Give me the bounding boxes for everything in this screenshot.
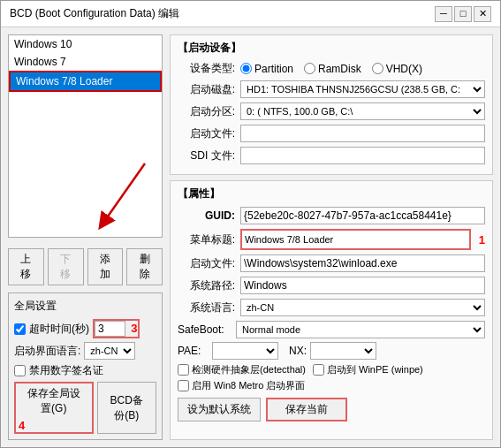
timeout-checkbox[interactable] [14, 323, 26, 335]
guid-label: GUID: [178, 209, 235, 222]
guid-row: GUID: [178, 207, 485, 224]
nx-label: NX: [289, 345, 307, 357]
left-panel: Windows 10 Windows 7 Windows 7/8 Loader [8, 34, 163, 440]
attr-title: 【属性】 [178, 186, 485, 201]
move-down-button[interactable]: 下移 [48, 248, 84, 285]
menu-title-annotation-box [240, 229, 471, 250]
save-current-button[interactable]: 保存当前 [268, 399, 345, 420]
window-controls: ─ □ ✕ [435, 6, 491, 22]
set-default-button[interactable]: 设为默认系统 [178, 398, 261, 421]
global-settings-section: 全局设置 超时时间(秒) 3 启动界面语言: zh-CN [8, 292, 163, 440]
detect-hal-label: 检测硬件抽象层(detecthal) [192, 363, 306, 376]
winpe-checkbox-label[interactable]: 启动到 WinPE (winpe) [313, 363, 423, 376]
menu-title-row: 菜单标题: 1 [178, 229, 485, 250]
timeout-label: 超时时间(秒) [29, 322, 89, 337]
timeout-row: 超时时间(秒) 3 [14, 319, 156, 338]
timeout-annotation-box: 3 [93, 319, 140, 338]
annotation-1: 1 [479, 233, 485, 247]
guid-input[interactable] [240, 207, 485, 224]
win8-metro-checkbox[interactable] [178, 380, 189, 391]
right-panel: 【启动设备】 设备类型: Partition RamDisk VHD(X) [170, 34, 493, 440]
startup-file-input[interactable] [240, 125, 485, 142]
disable-sign-checkbox[interactable] [14, 365, 26, 376]
device-type-radios: Partition RamDisk VHD(X) [240, 63, 485, 75]
radio-ramdisk[interactable]: RamDisk [304, 63, 361, 75]
move-up-button[interactable]: 上移 [8, 248, 44, 285]
win8-metro-row: 启用 Win8 Metro 启动界面 [178, 379, 485, 392]
title-bar: BCD (Boot Configuration Data) 编辑 ─ □ ✕ [1, 1, 500, 27]
attr-section: 【属性】 GUID: 菜单标题: 1 启动文件: 系 [170, 180, 493, 440]
lang-row: 启动界面语言: zh-CN [14, 342, 156, 360]
lang-label: 启动界面语言: [14, 344, 80, 359]
startup-disk-select[interactable]: HD1: TOSHIBA THNSNJ256GCSU (238.5 GB, C: [240, 80, 485, 98]
sys-path-label: 系统路径: [178, 278, 235, 293]
winpe-checkbox[interactable] [313, 364, 324, 376]
boot-list[interactable]: Windows 10 Windows 7 Windows 7/8 Loader [8, 34, 163, 238]
sys-lang-select[interactable]: zh-CN [240, 299, 485, 316]
winpe-label: 启动到 WinPE (winpe) [327, 363, 423, 376]
sdi-file-label: SDI 文件: [178, 148, 235, 163]
main-content: Windows 10 Windows 7 Windows 7/8 Loader [1, 27, 500, 447]
bcd-backup-button[interactable]: BCD备份(B) [97, 382, 156, 434]
startup-partition-row: 启动分区: 0: ( NTFS, 100.0 GB, C:\ [178, 103, 485, 120]
win8-metro-label: 启用 Win8 Metro 启动界面 [192, 379, 305, 392]
sdi-file-input[interactable] [240, 147, 485, 164]
bottom-buttons-row: 设为默认系统 保存当前 [178, 398, 485, 421]
startup-partition-select[interactable]: 0: ( NTFS, 100.0 GB, C:\ [240, 103, 485, 120]
radio-partition[interactable]: Partition [240, 63, 293, 75]
main-window: BCD (Boot Configuration Data) 编辑 ─ □ ✕ W… [0, 0, 501, 448]
disable-sign-row: 禁用数字签名证 [14, 363, 156, 378]
menu-title-input[interactable] [242, 231, 469, 248]
nx-select[interactable] [310, 342, 376, 360]
win8-metro-checkbox-label[interactable]: 启用 Win8 Metro 启动界面 [178, 379, 305, 392]
startup-disk-label: 启动磁盘: [178, 82, 235, 97]
delete-button[interactable]: 删除 [126, 248, 163, 285]
minimize-button[interactable]: ─ [435, 6, 452, 22]
safeboot-select[interactable]: Normal mode [236, 321, 485, 338]
save-current-annotation-box: 保存当前 [266, 398, 347, 421]
pae-nx-row: PAE: NX: [178, 342, 485, 360]
save-global-annotation-box: 保存全局设置(G) 4 [14, 382, 94, 434]
safeboot-label: SafeBoot: [178, 323, 231, 336]
list-item-win78loader[interactable]: Windows 7/8 Loader [9, 71, 162, 92]
maximize-button[interactable]: □ [454, 6, 472, 22]
safeboot-row: SafeBoot: Normal mode [178, 321, 485, 338]
pae-label: PAE: [178, 345, 209, 357]
timeout-input[interactable] [95, 321, 125, 337]
global-settings-title: 全局设置 [14, 299, 156, 314]
detect-hal-checkbox[interactable] [178, 364, 189, 376]
device-type-label: 设备类型: [178, 61, 235, 76]
window-title: BCD (Boot Configuration Data) 编辑 [10, 6, 179, 21]
sys-path-input[interactable] [240, 277, 485, 294]
startup-file2-row: 启动文件: [178, 254, 485, 272]
list-item-win7[interactable]: Windows 7 [9, 53, 162, 71]
sys-lang-label: 系统语言: [178, 300, 235, 315]
menu-title-label: 菜单标题: [178, 232, 235, 247]
annotation-4: 4 [19, 419, 25, 432]
startup-device-section: 【启动设备】 设备类型: Partition RamDisk VHD(X) [170, 34, 493, 175]
close-button[interactable]: ✕ [474, 6, 491, 22]
list-item-win10[interactable]: Windows 10 [9, 35, 162, 53]
startup-file-label: 启动文件: [178, 126, 235, 141]
startup-partition-label: 启动分区: [178, 104, 235, 119]
add-button[interactable]: 添加 [87, 248, 124, 285]
startup-file2-input[interactable] [240, 254, 485, 272]
disable-sign-label: 禁用数字签名证 [29, 363, 103, 378]
detect-hal-row: 检测硬件抽象层(detecthal) 启动到 WinPE (winpe) [178, 363, 485, 376]
startup-device-title: 【启动设备】 [178, 41, 485, 56]
startup-disk-row: 启动磁盘: HD1: TOSHIBA THNSNJ256GCSU (238.5 … [178, 80, 485, 98]
detect-hal-checkbox-label[interactable]: 检测硬件抽象层(detecthal) [178, 363, 306, 376]
sdi-file-row: SDI 文件: [178, 147, 485, 164]
list-action-buttons: 上移 下移 添加 删除 [8, 248, 163, 285]
lang-select[interactable]: zh-CN [84, 342, 135, 360]
sys-lang-row: 系统语言: zh-CN [178, 299, 485, 316]
annotation-3: 3 [131, 322, 137, 335]
sys-path-row: 系统路径: [178, 277, 485, 294]
device-type-row: 设备类型: Partition RamDisk VHD(X) [178, 61, 485, 76]
startup-file2-label: 启动文件: [178, 256, 235, 271]
startup-file-row: 启动文件: [178, 125, 485, 142]
save-global-button[interactable]: 保存全局设置(G) [16, 383, 92, 419]
radio-vhd[interactable]: VHD(X) [372, 63, 422, 75]
save-buttons-row: 保存全局设置(G) 4 BCD备份(B) [14, 382, 156, 434]
pae-select[interactable] [212, 342, 278, 360]
